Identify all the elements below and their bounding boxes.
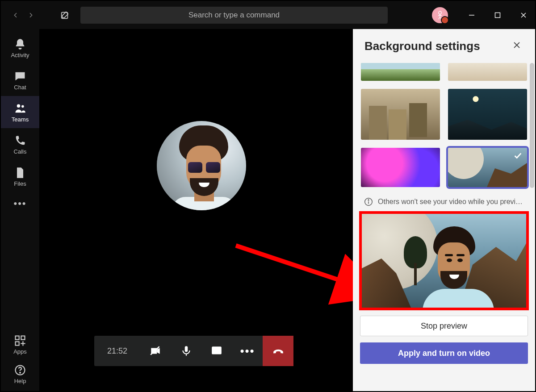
toggle-mic-button[interactable] xyxy=(171,336,202,366)
svg-point-6 xyxy=(17,104,20,107)
svg-point-7 xyxy=(21,105,24,108)
background-settings-panel: Background settings Others xyxy=(353,29,535,391)
rail-label: Teams xyxy=(12,117,29,122)
search-input[interactable]: Search or type a command xyxy=(80,7,388,24)
rail-apps[interactable]: Apps xyxy=(1,329,39,359)
share-icon xyxy=(211,345,222,357)
svg-rect-8 xyxy=(16,336,19,339)
calls-icon xyxy=(14,134,26,147)
rail-label: Help xyxy=(14,378,26,384)
toggle-camera-button[interactable] xyxy=(140,336,171,366)
apps-icon xyxy=(14,334,26,347)
help-icon xyxy=(14,364,26,376)
video-preview xyxy=(359,211,529,310)
nav-back-button[interactable] xyxy=(10,9,21,21)
rail-label: Apps xyxy=(13,349,27,354)
compose-button[interactable] xyxy=(57,8,72,23)
rail-label: Calls xyxy=(14,149,27,154)
rail-chat[interactable]: Chat xyxy=(1,64,39,96)
call-stage: 21:52 ••• xyxy=(39,29,353,391)
svg-point-14 xyxy=(20,372,21,373)
title-bar: Search or type a command xyxy=(1,1,535,29)
search-placeholder: Search or type a command xyxy=(188,11,280,20)
svg-rect-3 xyxy=(495,13,500,17)
scroll-thumb[interactable] xyxy=(530,63,534,188)
teams-icon xyxy=(14,102,26,115)
preview-note-text: Others won't see your video while you pr… xyxy=(378,198,524,206)
svg-rect-16 xyxy=(185,346,188,352)
participant-avatar xyxy=(157,121,246,210)
preview-note: Others won't see your video while you pr… xyxy=(353,187,535,211)
call-toolbar: 21:52 ••• xyxy=(94,336,293,366)
background-grid xyxy=(353,63,535,187)
background-option-scifi[interactable] xyxy=(448,89,527,140)
app-rail: Activity Chat Teams Calls Files ••• xyxy=(1,29,39,391)
background-option-nebula[interactable] xyxy=(361,148,440,187)
hangup-icon xyxy=(272,345,284,357)
rail-label: Files xyxy=(14,181,26,187)
profile-avatar[interactable] xyxy=(432,7,448,23)
panel-title: Background settings xyxy=(364,39,480,53)
svg-rect-10 xyxy=(16,342,19,345)
nav-forward-button[interactable] xyxy=(25,9,37,21)
info-icon xyxy=(364,197,373,207)
more-actions-button[interactable]: ••• xyxy=(232,336,263,366)
background-option-planet[interactable] xyxy=(448,148,527,187)
panel-close-button[interactable] xyxy=(513,41,523,51)
rail-more[interactable]: ••• xyxy=(1,192,39,215)
rail-files[interactable]: Files xyxy=(1,160,39,192)
background-option-field[interactable] xyxy=(361,63,440,81)
files-icon xyxy=(14,167,26,179)
apply-video-button[interactable]: Apply and turn on video xyxy=(360,342,528,364)
rail-calls[interactable]: Calls xyxy=(1,128,39,160)
window-minimize-button[interactable] xyxy=(465,9,478,21)
bell-icon xyxy=(14,38,26,50)
share-screen-button[interactable] xyxy=(201,336,232,366)
rail-label: Activity xyxy=(11,52,29,58)
window-maximize-button[interactable] xyxy=(491,9,504,21)
background-option-town[interactable] xyxy=(361,89,440,140)
background-option-canyon[interactable] xyxy=(448,63,527,81)
window-close-button[interactable] xyxy=(517,9,530,21)
svg-point-23 xyxy=(368,200,369,200)
rail-label: Chat xyxy=(14,84,26,90)
mic-icon xyxy=(180,345,192,357)
hang-up-button[interactable] xyxy=(263,336,293,366)
rail-activity[interactable]: Activity xyxy=(1,32,39,64)
chat-icon xyxy=(14,70,26,83)
svg-rect-9 xyxy=(21,336,25,339)
rail-help[interactable]: Help xyxy=(1,359,39,388)
rail-teams[interactable]: Teams xyxy=(1,96,39,128)
call-duration: 21:52 xyxy=(94,336,140,366)
camera-off-icon xyxy=(150,345,161,357)
svg-point-1 xyxy=(439,11,441,14)
stop-preview-button[interactable]: Stop preview xyxy=(360,316,528,336)
check-icon xyxy=(513,150,523,162)
